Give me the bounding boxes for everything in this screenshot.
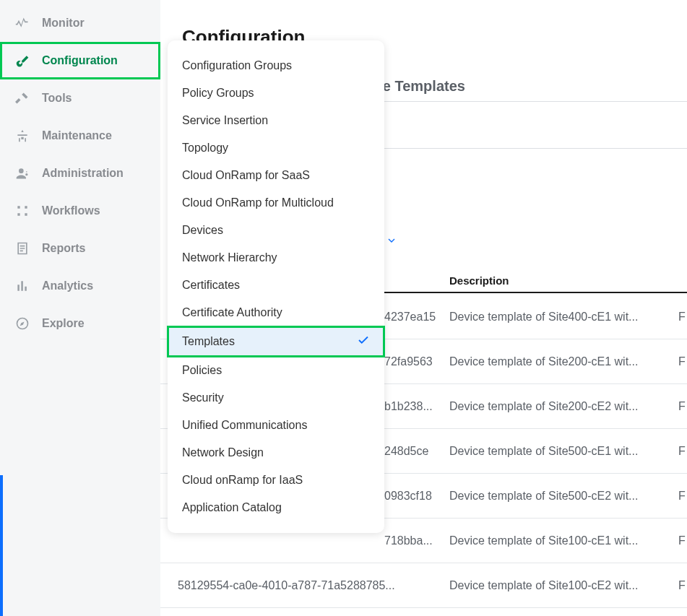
configuration-submenu: Configuration Groups Policy Groups Servi… [168, 40, 384, 533]
tab-templates-partial[interactable]: re Templates [377, 78, 465, 95]
sidebar-item-label: Configuration [42, 54, 118, 67]
chevron-down-icon[interactable] [386, 235, 397, 249]
reports-icon [14, 241, 30, 256]
administration-icon [14, 166, 30, 181]
sidebar-item-administration[interactable]: Administration [0, 155, 160, 192]
divider [384, 148, 687, 149]
sidebar-item-label: Monitor [42, 17, 85, 30]
cell-description: Device template of Site500-cE1 wit... [449, 445, 678, 458]
cell-trail: F [678, 355, 687, 368]
submenu-item-configuration-groups[interactable]: Configuration Groups [168, 52, 384, 79]
configuration-icon [14, 53, 30, 68]
cell-trail: F [678, 311, 687, 324]
submenu-label: Service Insertion [182, 114, 268, 127]
submenu-label: Policy Groups [182, 87, 254, 100]
cell-description: Device template of Site400-cE1 wit... [449, 311, 678, 324]
sidebar-item-label: Workflows [42, 204, 100, 217]
sidebar-item-analytics[interactable]: Analytics [0, 267, 160, 305]
submenu-label: Configuration Groups [182, 59, 292, 72]
cell-id: 718bba... [178, 534, 449, 547]
submenu-label: Network Hierarchy [182, 251, 277, 264]
submenu-item-security[interactable]: Security [168, 384, 384, 412]
submenu-item-certificate-authority[interactable]: Certificate Authority [168, 299, 384, 326]
sidebar-item-maintenance[interactable]: Maintenance [0, 117, 160, 155]
main-content: Configuration re Templates Configuration… [160, 0, 687, 616]
submenu-item-network-design[interactable]: Network Design [168, 439, 384, 467]
sidebar-item-tools[interactable]: Tools [0, 79, 160, 117]
explore-icon [14, 316, 30, 331]
workflows-icon [14, 204, 30, 218]
submenu-item-network-hierarchy[interactable]: Network Hierarchy [168, 244, 384, 272]
submenu-item-topology[interactable]: Topology [168, 134, 384, 162]
submenu-label: Cloud OnRamp for SaaS [182, 169, 310, 182]
cell-trail: F [678, 445, 687, 458]
cell-trail: F [678, 490, 687, 503]
sidebar-item-monitor[interactable]: Monitor [0, 4, 160, 42]
submenu-item-cloud-onramp-iaas[interactable]: Cloud onRamp for IaaS [168, 467, 384, 494]
sidebar-item-label: Reports [42, 242, 85, 255]
submenu-label: Cloud onRamp for IaaS [182, 474, 303, 487]
cell-trail: F [678, 579, 687, 592]
column-header-description[interactable]: Description [449, 274, 509, 287]
submenu-item-cloud-onramp-saas[interactable]: Cloud OnRamp for SaaS [168, 162, 384, 189]
maintenance-icon [14, 129, 30, 143]
cell-description: Device template of Site200-cE1 wit... [449, 355, 678, 368]
submenu-label: Devices [182, 224, 223, 237]
submenu-item-application-catalog[interactable]: Application Catalog [168, 494, 384, 521]
submenu-item-unified-communications[interactable]: Unified Communications [168, 412, 384, 439]
submenu-label: Certificates [182, 279, 240, 292]
submenu-item-service-insertion[interactable]: Service Insertion [168, 107, 384, 134]
submenu-label: Cloud OnRamp for Multicloud [182, 196, 334, 209]
cell-trail: F [678, 400, 687, 413]
submenu-label: Certificate Authority [182, 306, 282, 319]
submenu-label: Policies [182, 364, 222, 377]
sidebar-item-label: Tools [42, 92, 72, 105]
sidebar-item-reports[interactable]: Reports [0, 230, 160, 267]
check-icon [357, 334, 370, 350]
tools-icon [14, 91, 30, 105]
sidebar: Monitor Configuration Tools Maintenance … [0, 0, 160, 616]
submenu-label: Unified Communications [182, 419, 307, 432]
submenu-item-templates[interactable]: Templates [168, 326, 384, 357]
sidebar-item-label: Administration [42, 167, 124, 180]
sidebar-item-explore[interactable]: Explore [0, 305, 160, 342]
submenu-item-policy-groups[interactable]: Policy Groups [168, 79, 384, 107]
table-row[interactable]: 58129554-ca0e-4010-a787-71a5288785... De… [160, 563, 687, 608]
cell-description: Device template of Site200-cE2 wit... [449, 400, 678, 413]
submenu-item-devices[interactable]: Devices [168, 217, 384, 244]
sidebar-item-label: Explore [42, 317, 85, 330]
cell-trail: F [678, 534, 687, 547]
divider [384, 101, 687, 102]
cell-id: 58129554-ca0e-4010-a787-71a5288785... [178, 579, 449, 592]
cell-description: Device template of Site100-cE2 wit... [449, 579, 678, 592]
submenu-label: Security [182, 391, 224, 404]
submenu-item-policies[interactable]: Policies [168, 357, 384, 384]
cell-description: Device template of Site100-cE1 wit... [449, 534, 678, 547]
sidebar-item-label: Maintenance [42, 129, 112, 142]
submenu-label: Templates [182, 335, 235, 348]
accent-bar [0, 475, 3, 616]
sidebar-item-configuration[interactable]: Configuration [0, 42, 160, 79]
submenu-label: Application Catalog [182, 501, 282, 514]
submenu-label: Topology [182, 142, 228, 155]
analytics-icon [14, 279, 30, 293]
monitor-icon [14, 16, 30, 30]
submenu-item-certificates[interactable]: Certificates [168, 272, 384, 299]
table-header-divider [384, 292, 687, 293]
cell-description: Device template of Site500-cE2 wit... [449, 490, 678, 503]
sidebar-item-workflows[interactable]: Workflows [0, 192, 160, 230]
sidebar-item-label: Analytics [42, 279, 93, 292]
submenu-label: Network Design [182, 446, 264, 459]
submenu-item-cloud-onramp-multicloud[interactable]: Cloud OnRamp for Multicloud [168, 189, 384, 217]
